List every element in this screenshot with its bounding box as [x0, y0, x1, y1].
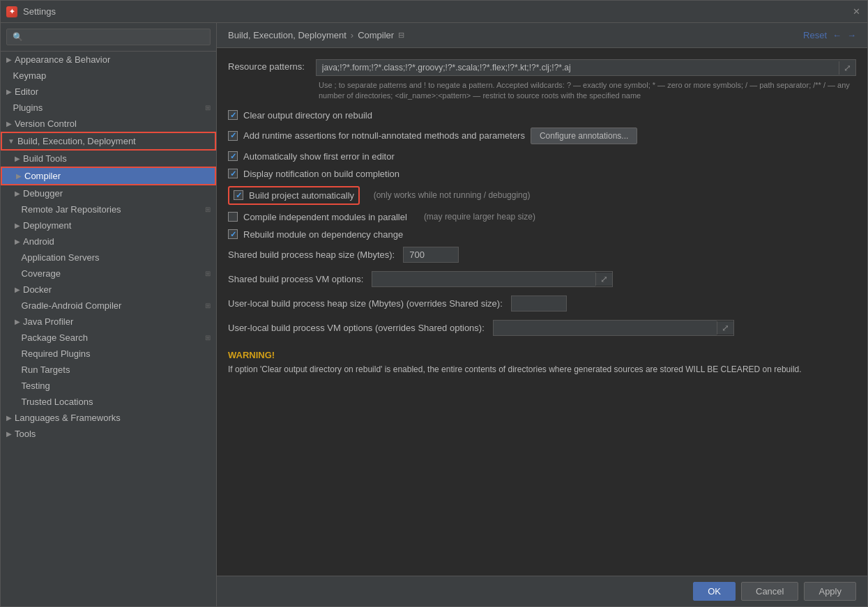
- apply-button[interactable]: Apply: [804, 582, 856, 601]
- vm-options-input[interactable]: [372, 272, 595, 286]
- auto-show-error-checkbox[interactable]: [228, 151, 238, 161]
- sidebar-item-gradle-android[interactable]: Gradle-Android Compiler ⊞: [1, 298, 216, 314]
- resource-patterns-section: Resource patterns: ⤢ Use ; to separate p…: [228, 59, 856, 102]
- forward-button[interactable]: →: [847, 30, 856, 40]
- user-heap-input[interactable]: [511, 295, 567, 312]
- checkbox-build-auto-container: Build project automatically (only works …: [228, 186, 856, 205]
- rebuild-module-checkbox[interactable]: [228, 229, 238, 239]
- cancel-button[interactable]: Cancel: [741, 582, 798, 601]
- sidebar-item-version-control[interactable]: ▶ Version Control: [1, 116, 216, 132]
- display-notification-checkbox[interactable]: [228, 169, 238, 178]
- search-box: [1, 23, 216, 52]
- checkbox-clear-output-row: Clear output directory on rebuild: [228, 110, 856, 121]
- main-panel: Build, Execution, Deployment › Compiler …: [217, 23, 867, 606]
- breadcrumb-current: Compiler: [358, 30, 394, 40]
- warning-box: WARNING! If option 'Clear output directo…: [228, 350, 856, 376]
- ok-button[interactable]: OK: [693, 582, 736, 601]
- chevron-right-icon: ▶: [15, 190, 20, 197]
- sidebar-item-tools[interactable]: ▶ Tools: [1, 426, 216, 442]
- sidebar-item-plugins[interactable]: Plugins ⊞: [1, 100, 216, 116]
- clear-output-checkbox[interactable]: [228, 110, 238, 120]
- sidebar-item-label: Testing: [22, 381, 211, 391]
- spacer-icon: [6, 104, 10, 112]
- sidebar-item-deployment[interactable]: ▶ Deployment: [1, 217, 216, 233]
- sidebar-item-languages[interactable]: ▶ Languages & Frameworks: [1, 410, 216, 426]
- sidebar-item-testing[interactable]: Testing: [1, 378, 216, 394]
- user-vm-row: User-local build process VM options (ove…: [228, 320, 856, 336]
- sidebar-item-appearance[interactable]: ▶ Appearance & Behavior: [1, 52, 216, 68]
- sidebar-item-keymap[interactable]: Keymap: [1, 68, 216, 84]
- grid-icon: ⊞: [205, 104, 211, 112]
- sidebar-item-run-targets[interactable]: Run Targets: [1, 362, 216, 378]
- sidebar-item-java-profiler[interactable]: ▶ Java Profiler: [1, 314, 216, 330]
- sidebar-item-package-search[interactable]: Package Search ⊞: [1, 330, 216, 346]
- sidebar: ▶ Appearance & Behavior Keymap ▶ Editor: [1, 23, 217, 606]
- breadcrumb-parent: Build, Execution, Deployment: [228, 30, 347, 40]
- user-vm-label: User-local build process VM options (ove…: [228, 323, 485, 333]
- sidebar-item-build-exec-deploy[interactable]: ▼ Build, Execution, Deployment: [1, 132, 216, 151]
- sidebar-item-label: Build Tools: [23, 153, 211, 164]
- heap-size-input[interactable]: [403, 247, 459, 263]
- sidebar-item-label: Languages & Frameworks: [15, 413, 211, 423]
- expand-icon[interactable]: ⤢: [717, 321, 733, 335]
- build-auto-label: Build project automatically: [249, 190, 354, 201]
- sidebar-item-required-plugins[interactable]: Required Plugins: [1, 346, 216, 362]
- breadcrumb-icon: ⊟: [398, 31, 404, 40]
- bottom-bar: OK Cancel Apply: [217, 576, 867, 606]
- close-button[interactable]: ✕: [851, 6, 862, 17]
- reset-button[interactable]: Reset: [803, 30, 827, 40]
- checkbox-add-runtime-row: Add runtime assertions for notnull-annot…: [228, 128, 856, 144]
- sidebar-item-label: Required Plugins: [22, 348, 211, 359]
- checkbox-display-notification-row: Display notification on build completion: [228, 169, 856, 179]
- sidebar-item-label: Gradle-Android Compiler: [22, 300, 205, 311]
- window-title: Settings: [23, 6, 851, 17]
- sidebar-item-label: Package Search: [22, 332, 205, 343]
- sidebar-tree: ▶ Appearance & Behavior Keymap ▶ Editor: [1, 52, 216, 606]
- app-icon: ✦: [6, 6, 17, 17]
- chevron-right-icon: ▶: [6, 414, 12, 422]
- back-button[interactable]: ←: [832, 30, 842, 40]
- sidebar-item-label: Version Control: [15, 118, 211, 129]
- chevron-right-icon: ▶: [15, 318, 20, 325]
- sidebar-item-coverage[interactable]: Coverage ⊞: [1, 266, 216, 282]
- build-auto-checkbox[interactable]: [234, 190, 243, 200]
- user-heap-label: User-local build process heap size (Mbyt…: [228, 298, 503, 309]
- sidebar-item-remote-jar[interactable]: Remote Jar Repositories ⊞: [1, 201, 216, 217]
- sidebar-item-compiler[interactable]: ▶ Compiler: [1, 167, 216, 185]
- chevron-right-icon: ▶: [6, 430, 12, 438]
- sidebar-item-label: Build, Execution, Deployment: [17, 136, 209, 146]
- chevron-right-icon: ▶: [6, 56, 12, 63]
- sidebar-item-android[interactable]: ▶ Android: [1, 233, 216, 249]
- search-input[interactable]: [6, 29, 211, 45]
- sidebar-item-debugger[interactable]: ▶ Debugger: [1, 185, 216, 201]
- sidebar-item-trusted-locations[interactable]: Trusted Locations: [1, 394, 216, 410]
- spacer-icon: [15, 366, 19, 374]
- sidebar-item-app-servers[interactable]: Application Servers: [1, 249, 216, 266]
- resource-patterns-row: Resource patterns: ⤢: [228, 59, 856, 76]
- user-vm-input[interactable]: [494, 321, 717, 335]
- spacer-icon: [15, 382, 19, 390]
- grid-icon: ⊞: [205, 206, 211, 213]
- expand-icon[interactable]: ⤢: [839, 61, 855, 75]
- sidebar-item-editor[interactable]: ▶ Editor: [1, 84, 216, 100]
- sidebar-item-build-tools[interactable]: ▶ Build Tools: [1, 151, 216, 167]
- spacer-icon: [6, 72, 10, 79]
- settings-window: ✦ Settings ✕ ▶ Appearance & Behavior Key…: [0, 0, 868, 607]
- add-runtime-checkbox[interactable]: [228, 131, 238, 141]
- chevron-right-icon: ▶: [15, 286, 20, 293]
- sidebar-item-label: Coverage: [22, 268, 205, 279]
- spacer-icon: [15, 254, 19, 261]
- resource-patterns-input[interactable]: [317, 60, 839, 75]
- sidebar-item-docker[interactable]: ▶ Docker: [1, 282, 216, 298]
- expand-icon[interactable]: ⤢: [595, 272, 612, 286]
- chevron-right-icon: ▶: [16, 172, 22, 180]
- sidebar-item-label: Deployment: [23, 220, 211, 231]
- sidebar-item-label: Appearance & Behavior: [15, 54, 211, 65]
- chevron-right-icon: ▶: [6, 88, 12, 95]
- user-heap-row: User-local build process heap size (Mbyt…: [228, 295, 856, 312]
- sidebar-item-label: Debugger: [23, 188, 211, 199]
- sidebar-item-label: Plugins: [13, 102, 205, 113]
- spacer-icon: [15, 302, 19, 309]
- configure-annotations-button[interactable]: Configure annotations...: [531, 128, 637, 144]
- compile-parallel-checkbox[interactable]: [228, 212, 238, 222]
